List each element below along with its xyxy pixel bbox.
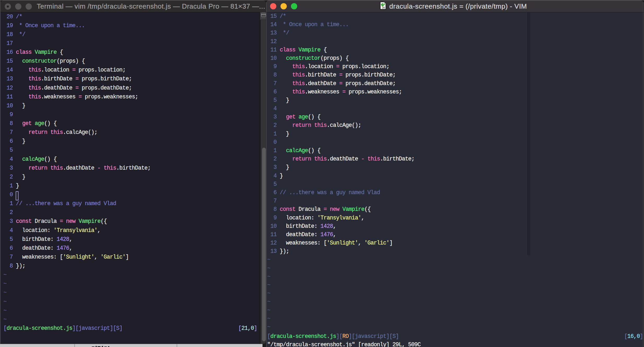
svg-text:JS: JS [382, 6, 385, 9]
